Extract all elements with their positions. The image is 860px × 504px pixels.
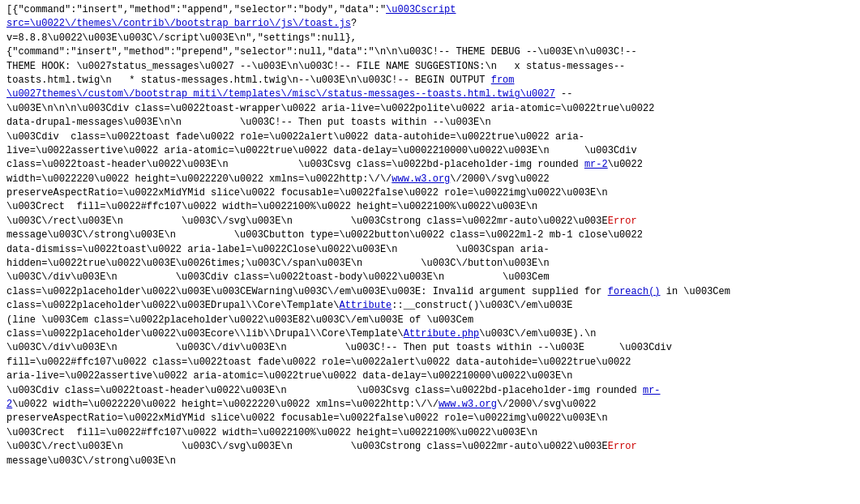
code-line-6: toasts.html.twig\n * status-messages.htm… <box>6 74 854 88</box>
code-line-27: aria-live=\u0022assertive\u0022 aria-ato… <box>6 369 854 383</box>
code-line-18: data-dismiss=\u0022toast\u0022 aria-labe… <box>6 243 854 257</box>
code-line-26: fill=\u0022#ffc107\u0022 class=\u0022toa… <box>6 356 854 369</box>
code-line-19: hidden=\u0022true\u0022\u003E\u0026times… <box>6 257 854 271</box>
code-line-8: \u003E\n\n\n\u003Cdiv class=\u0022toast-… <box>6 102 854 116</box>
code-line-35 <box>6 482 854 496</box>
code-line-20: \u003C\/div\u003E\n \u003Cdiv class=\u00… <box>6 271 854 284</box>
code-line-10: \u003Cdiv class=\u0022toast fade\u0022 r… <box>6 130 854 144</box>
code-line-33: message\u003C\/strong\u003E\n <box>6 455 854 468</box>
code-line-5: THEME HOOK: \u0027status_messages\u0027 … <box>6 60 854 74</box>
code-line-32: \u003C\/rect\u003E\n \u003C\/svg\u003E\n… <box>6 440 854 454</box>
code-line-31: \u003Crect fill=\u0022#ffc107\u0022 widt… <box>6 426 854 440</box>
code-line-22: class=\u0022placeholder\u0022\u003EDrupa… <box>6 299 854 313</box>
code-line-7: \u0027themes\/custom\/bootstrap_miti\/te… <box>6 88 854 101</box>
code-line-3: v=8.8.8\u0022\u003E\u003C\/script\u003E\… <box>6 32 854 45</box>
code-line-25: \u003C\/div\u003E\n \u003C\/div\u003E\n … <box>6 341 854 355</box>
code-line-23: (line \u003Cem class=\u0022placeholder\u… <box>6 314 854 327</box>
code-line-15: \u003Crect fill=\u0022#ffc107\u0022 widt… <box>6 200 854 214</box>
code-line-2: src=\u0022\/themes\/contrib\/bootstrap_b… <box>6 17 854 31</box>
code-line-17: message\u003C\/strong\u003E\n \u003Cbutt… <box>6 229 854 242</box>
code-line-24: class=\u0022placeholder\u0022\u003Ecore\… <box>6 327 854 341</box>
code-line-16: \u003C\/rect\u003E\n \u003C\/svg\u003E\n… <box>6 215 854 229</box>
code-line-14: preserveAspectRatio=\u0022xMidYMid slice… <box>6 186 854 200</box>
code-line-11: live=\u0022assertive\u0022 aria-atomic=\… <box>6 144 854 158</box>
code-line-34 <box>6 468 854 482</box>
code-line-13: width=\u0022220\u0022 height=\u0022220\u… <box>6 173 854 186</box>
code-line-12: class=\u0022toast-header\u0022\u003E\n \… <box>6 158 854 172</box>
code-line-4: {"command":"insert","method":"prepend","… <box>6 45 854 59</box>
code-line-30: preserveAspectRatio=\u0022xMidYMid slice… <box>6 412 854 425</box>
code-line-29: 2\u0022 width=\u0022220\u0022 height=\u0… <box>6 398 854 412</box>
code-line-9: data-drupal-messages\u003E\n\n \u003C!--… <box>6 116 854 130</box>
code-line-28: \u003Cdiv class=\u0022toast-header\u0022… <box>6 384 854 398</box>
code-line-21: class=\u0022placeholder\u0022\u003E\u003… <box>6 285 854 299</box>
code-output-container[interactable]: [{"command":"insert","method":"append","… <box>0 0 860 504</box>
code-line-1: [{"command":"insert","method":"append","… <box>6 3 854 17</box>
